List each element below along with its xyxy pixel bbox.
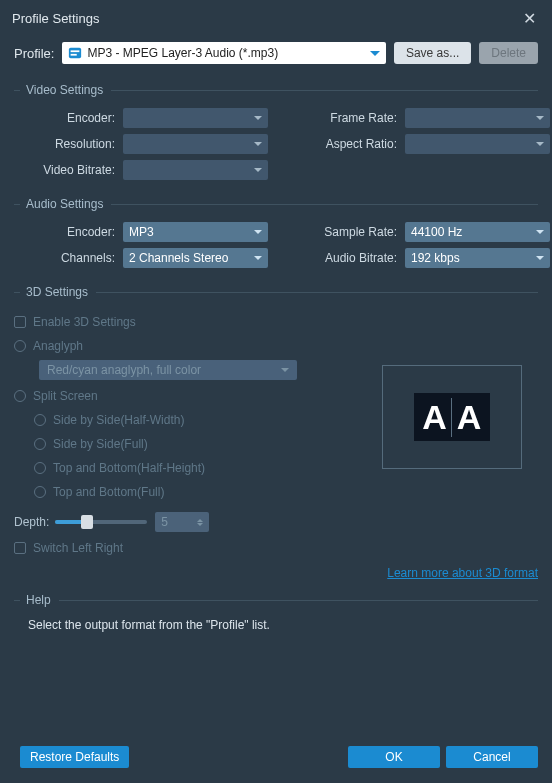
svg-rect-0 <box>69 48 81 59</box>
3d-legend: 3D Settings <box>14 282 538 302</box>
chevron-down-icon <box>197 523 203 526</box>
ok-button[interactable]: OK <box>348 746 440 768</box>
cancel-button[interactable]: Cancel <box>446 746 538 768</box>
chevron-down-icon <box>254 168 262 172</box>
video-encoder-label: Encoder: <box>14 111 119 125</box>
switch-lr-row[interactable]: Switch Left Right <box>14 536 538 560</box>
video-legend: Video Settings <box>14 80 538 100</box>
enable-3d-row[interactable]: Enable 3D Settings <box>14 310 538 334</box>
chevron-down-icon <box>536 256 544 260</box>
video-resolution-label: Resolution: <box>14 137 119 151</box>
save-as-button[interactable]: Save as... <box>394 42 471 64</box>
anaglyph-row[interactable]: Anaglyph <box>14 334 538 358</box>
tb-full-row[interactable]: Top and Bottom(Full) <box>14 480 538 504</box>
audio-settings-section: Audio Settings Encoder: MP3 Sample Rate:… <box>14 194 538 268</box>
video-settings-section: Video Settings Encoder: Frame Rate: Reso… <box>14 80 538 180</box>
close-icon[interactable]: ✕ <box>519 5 540 32</box>
svg-rect-2 <box>71 54 77 56</box>
video-aspect-select[interactable] <box>405 134 550 154</box>
video-bitrate-select[interactable] <box>123 160 268 180</box>
preview-aa-icon: AA <box>414 393 490 441</box>
profile-row: Profile: MP3 - MPEG Layer-3 Audio (*.mp3… <box>0 36 552 70</box>
window-title: Profile Settings <box>12 11 519 26</box>
video-aspect-label: Aspect Ratio: <box>306 137 401 151</box>
video-bitrate-label: Video Bitrate: <box>14 163 119 177</box>
chevron-down-icon <box>281 368 289 372</box>
learn-more-link[interactable]: Learn more about 3D format <box>387 566 538 580</box>
chevron-down-icon <box>254 230 262 234</box>
mp3-icon <box>68 46 82 60</box>
chevron-up-icon <box>197 519 203 522</box>
video-framerate-select[interactable] <box>405 108 550 128</box>
radio-icon <box>34 486 46 498</box>
chevron-down-icon <box>254 256 262 260</box>
radio-icon <box>14 340 26 352</box>
svg-rect-1 <box>71 50 80 52</box>
help-section: Help Select the output format from the "… <box>14 590 538 632</box>
audio-encoder-select[interactable]: MP3 <box>123 222 268 242</box>
depth-spinner[interactable]: 5 <box>155 512 209 532</box>
audio-samplerate-label: Sample Rate: <box>306 225 401 239</box>
chevron-down-icon <box>536 230 544 234</box>
checkbox-icon <box>14 542 26 554</box>
profile-label: Profile: <box>14 46 54 61</box>
audio-bitrate-select[interactable]: 192 kbps <box>405 248 550 268</box>
profile-select[interactable]: MP3 - MPEG Layer-3 Audio (*.mp3) <box>62 42 385 64</box>
footer: Restore Defaults OK Cancel <box>0 731 552 783</box>
radio-icon <box>14 390 26 402</box>
checkbox-icon <box>14 316 26 328</box>
learn-more-row: Learn more about 3D format <box>0 566 538 580</box>
audio-bitrate-label: Audio Bitrate: <box>306 251 401 265</box>
audio-encoder-label: Encoder: <box>14 225 119 239</box>
restore-defaults-button[interactable]: Restore Defaults <box>20 746 129 768</box>
video-framerate-label: Frame Rate: <box>306 111 401 125</box>
audio-samplerate-select[interactable]: 44100 Hz <box>405 222 550 242</box>
audio-legend: Audio Settings <box>14 194 538 214</box>
radio-icon <box>34 462 46 474</box>
radio-icon <box>34 414 46 426</box>
anaglyph-mode-select: Red/cyan anaglyph, full color <box>39 360 297 380</box>
help-text: Select the output format from the "Profi… <box>28 618 524 632</box>
depth-slider[interactable] <box>55 520 147 524</box>
help-legend: Help <box>14 590 538 610</box>
chevron-down-icon <box>254 116 262 120</box>
audio-channels-label: Channels: <box>14 251 119 265</box>
chevron-down-icon <box>370 51 380 56</box>
radio-icon <box>34 438 46 450</box>
audio-channels-select[interactable]: 2 Channels Stereo <box>123 248 268 268</box>
slider-thumb-icon <box>81 515 93 529</box>
chevron-down-icon <box>254 142 262 146</box>
title-bar: Profile Settings ✕ <box>0 0 552 36</box>
video-resolution-select[interactable] <box>123 134 268 154</box>
delete-button: Delete <box>479 42 538 64</box>
profile-value: MP3 - MPEG Layer-3 Audio (*.mp3) <box>87 46 369 60</box>
video-encoder-select[interactable] <box>123 108 268 128</box>
depth-row: Depth: 5 <box>14 508 538 536</box>
3d-preview: AA <box>382 365 522 469</box>
depth-label: Depth: <box>14 515 49 529</box>
chevron-down-icon <box>536 116 544 120</box>
chevron-down-icon <box>536 142 544 146</box>
